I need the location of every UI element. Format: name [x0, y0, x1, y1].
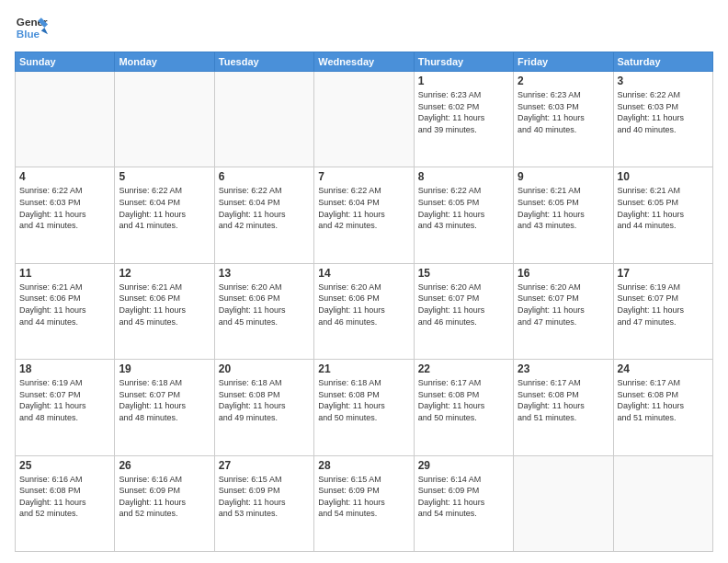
day-number: 21 [318, 362, 409, 375]
day-info: Sunrise: 6:19 AM Sunset: 6:07 PM Dayligh… [618, 282, 709, 327]
calendar-cell: 4Sunrise: 6:22 AM Sunset: 6:03 PM Daylig… [16, 167, 115, 263]
day-info: Sunrise: 6:21 AM Sunset: 6:05 PM Dayligh… [618, 185, 709, 231]
day-info: Sunrise: 6:20 AM Sunset: 6:06 PM Dayligh… [219, 282, 310, 327]
calendar-cell: 19Sunrise: 6:18 AM Sunset: 6:07 PM Dayli… [115, 360, 214, 455]
calendar-cell: 2Sunrise: 6:23 AM Sunset: 6:03 PM Daylig… [514, 72, 613, 167]
calendar-cell: 14Sunrise: 6:20 AM Sunset: 6:06 PM Dayli… [314, 263, 414, 359]
day-info: Sunrise: 6:19 AM Sunset: 6:07 PM Dayligh… [19, 377, 110, 423]
day-info: Sunrise: 6:21 AM Sunset: 6:06 PM Dayligh… [119, 282, 210, 327]
calendar-cell: 28Sunrise: 6:15 AM Sunset: 6:09 PM Dayli… [314, 455, 414, 551]
calendar-day-header: Saturday [613, 52, 712, 72]
calendar-cell: 17Sunrise: 6:19 AM Sunset: 6:07 PM Dayli… [613, 263, 712, 359]
day-number: 28 [318, 459, 409, 472]
day-info: Sunrise: 6:15 AM Sunset: 6:09 PM Dayligh… [219, 474, 310, 520]
day-number: 24 [618, 362, 709, 375]
calendar-day-header: Tuesday [214, 52, 313, 72]
day-info: Sunrise: 6:17 AM Sunset: 6:08 PM Dayligh… [418, 377, 509, 423]
calendar-cell: 7Sunrise: 6:22 AM Sunset: 6:04 PM Daylig… [314, 167, 414, 263]
calendar-cell [115, 72, 214, 167]
day-number: 20 [219, 362, 310, 375]
calendar-cell: 21Sunrise: 6:18 AM Sunset: 6:08 PM Dayli… [314, 360, 414, 455]
calendar-cell: 12Sunrise: 6:21 AM Sunset: 6:06 PM Dayli… [115, 263, 214, 359]
calendar-cell: 16Sunrise: 6:20 AM Sunset: 6:07 PM Dayli… [514, 263, 613, 359]
calendar-cell: 9Sunrise: 6:21 AM Sunset: 6:05 PM Daylig… [514, 167, 613, 263]
calendar-cell: 27Sunrise: 6:15 AM Sunset: 6:09 PM Dayli… [214, 455, 313, 551]
calendar-cell: 24Sunrise: 6:17 AM Sunset: 6:08 PM Dayli… [613, 360, 712, 455]
day-info: Sunrise: 6:22 AM Sunset: 6:04 PM Dayligh… [318, 185, 409, 231]
day-info: Sunrise: 6:16 AM Sunset: 6:09 PM Dayligh… [119, 474, 210, 520]
day-number: 4 [19, 170, 110, 183]
day-info: Sunrise: 6:21 AM Sunset: 6:06 PM Dayligh… [19, 282, 110, 327]
calendar-cell: 6Sunrise: 6:22 AM Sunset: 6:04 PM Daylig… [214, 167, 313, 263]
calendar-week-row: 1Sunrise: 6:23 AM Sunset: 6:02 PM Daylig… [16, 72, 713, 167]
day-number: 18 [19, 362, 110, 375]
day-info: Sunrise: 6:18 AM Sunset: 6:08 PM Dayligh… [318, 377, 409, 423]
calendar-day-header: Monday [115, 52, 214, 72]
calendar-day-header: Wednesday [314, 52, 414, 72]
day-info: Sunrise: 6:22 AM Sunset: 6:04 PM Dayligh… [119, 185, 210, 231]
day-number: 9 [518, 170, 609, 183]
calendar-cell: 11Sunrise: 6:21 AM Sunset: 6:06 PM Dayli… [16, 263, 115, 359]
logo: General Blue [15, 11, 48, 44]
day-number: 25 [19, 459, 110, 472]
calendar-week-row: 25Sunrise: 6:16 AM Sunset: 6:08 PM Dayli… [16, 455, 713, 551]
header: General Blue [15, 11, 713, 44]
svg-text:Blue: Blue [17, 28, 40, 40]
day-info: Sunrise: 6:22 AM Sunset: 6:05 PM Dayligh… [418, 185, 509, 231]
calendar-table: SundayMondayTuesdayWednesdayThursdayFrid… [15, 52, 713, 552]
calendar-day-header: Thursday [414, 52, 513, 72]
day-info: Sunrise: 6:22 AM Sunset: 6:03 PM Dayligh… [19, 185, 110, 231]
day-number: 2 [518, 75, 609, 87]
svg-marker-3 [41, 28, 48, 34]
calendar-cell [214, 72, 313, 167]
day-info: Sunrise: 6:17 AM Sunset: 6:08 PM Dayligh… [618, 377, 709, 423]
calendar-cell: 29Sunrise: 6:14 AM Sunset: 6:09 PM Dayli… [414, 455, 513, 551]
calendar-cell: 23Sunrise: 6:17 AM Sunset: 6:08 PM Dayli… [514, 360, 613, 455]
calendar-cell [314, 72, 414, 167]
calendar-day-header: Friday [514, 52, 613, 72]
calendar-cell: 10Sunrise: 6:21 AM Sunset: 6:05 PM Dayli… [613, 167, 712, 263]
calendar-cell [613, 455, 712, 551]
day-number: 12 [119, 267, 210, 280]
day-number: 10 [618, 170, 709, 183]
day-number: 29 [418, 459, 509, 472]
calendar-cell: 8Sunrise: 6:22 AM Sunset: 6:05 PM Daylig… [414, 167, 513, 263]
calendar-week-row: 18Sunrise: 6:19 AM Sunset: 6:07 PM Dayli… [16, 360, 713, 455]
day-info: Sunrise: 6:14 AM Sunset: 6:09 PM Dayligh… [418, 474, 509, 520]
calendar-day-header: Sunday [16, 52, 115, 72]
calendar-cell: 1Sunrise: 6:23 AM Sunset: 6:02 PM Daylig… [414, 72, 513, 167]
day-number: 15 [418, 267, 509, 280]
day-number: 17 [618, 267, 709, 280]
day-number: 27 [219, 459, 310, 472]
calendar-week-row: 11Sunrise: 6:21 AM Sunset: 6:06 PM Dayli… [16, 263, 713, 359]
calendar-week-row: 4Sunrise: 6:22 AM Sunset: 6:03 PM Daylig… [16, 167, 713, 263]
day-info: Sunrise: 6:23 AM Sunset: 6:02 PM Dayligh… [418, 89, 509, 135]
day-number: 26 [119, 459, 210, 472]
day-number: 19 [119, 362, 210, 375]
day-info: Sunrise: 6:18 AM Sunset: 6:08 PM Dayligh… [219, 377, 310, 423]
day-info: Sunrise: 6:22 AM Sunset: 6:03 PM Dayligh… [618, 89, 709, 135]
day-info: Sunrise: 6:20 AM Sunset: 6:07 PM Dayligh… [418, 282, 509, 327]
day-info: Sunrise: 6:17 AM Sunset: 6:08 PM Dayligh… [518, 377, 609, 423]
day-number: 5 [119, 170, 210, 183]
day-number: 3 [618, 75, 709, 87]
calendar-cell: 20Sunrise: 6:18 AM Sunset: 6:08 PM Dayli… [214, 360, 313, 455]
day-info: Sunrise: 6:18 AM Sunset: 6:07 PM Dayligh… [119, 377, 210, 423]
day-info: Sunrise: 6:22 AM Sunset: 6:04 PM Dayligh… [219, 185, 310, 231]
day-number: 14 [318, 267, 409, 280]
day-info: Sunrise: 6:23 AM Sunset: 6:03 PM Dayligh… [518, 89, 609, 135]
calendar-cell: 3Sunrise: 6:22 AM Sunset: 6:03 PM Daylig… [613, 72, 712, 167]
day-number: 1 [418, 75, 509, 87]
day-number: 11 [19, 267, 110, 280]
calendar-cell [514, 455, 613, 551]
calendar-header-row: SundayMondayTuesdayWednesdayThursdayFrid… [16, 52, 713, 72]
day-number: 6 [219, 170, 310, 183]
day-info: Sunrise: 6:16 AM Sunset: 6:08 PM Dayligh… [19, 474, 110, 520]
calendar-cell: 13Sunrise: 6:20 AM Sunset: 6:06 PM Dayli… [214, 263, 313, 359]
day-info: Sunrise: 6:20 AM Sunset: 6:07 PM Dayligh… [518, 282, 609, 327]
calendar-cell: 15Sunrise: 6:20 AM Sunset: 6:07 PM Dayli… [414, 263, 513, 359]
calendar-cell [16, 72, 115, 167]
day-info: Sunrise: 6:15 AM Sunset: 6:09 PM Dayligh… [318, 474, 409, 520]
day-number: 23 [518, 362, 609, 375]
calendar-cell: 18Sunrise: 6:19 AM Sunset: 6:07 PM Dayli… [16, 360, 115, 455]
